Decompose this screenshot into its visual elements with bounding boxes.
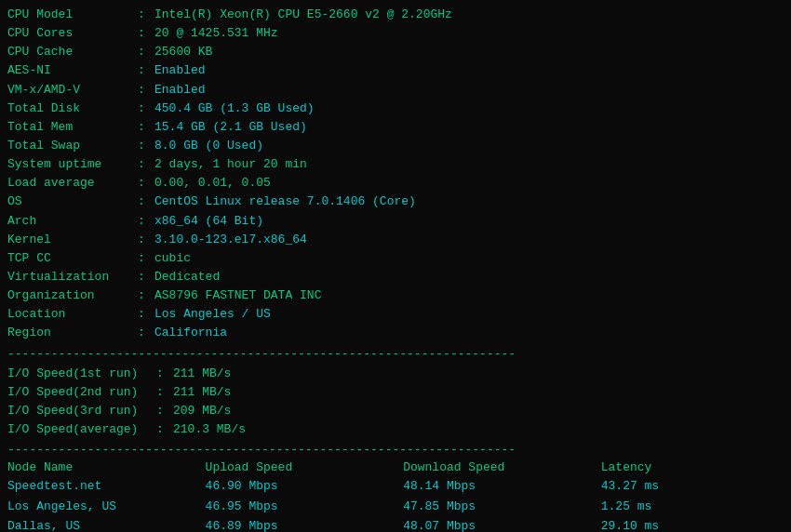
region-row: Region : California bbox=[7, 324, 784, 342]
virtualization-value: Dedicated bbox=[154, 268, 220, 286]
load-average-row: Load average : 0.00, 0.01, 0.05 bbox=[7, 174, 784, 193]
load-average-value: 0.00, 0.01, 0.05 bbox=[154, 174, 271, 193]
divider-2: ----------------------------------------… bbox=[7, 443, 784, 457]
col-header-download: Download Speed bbox=[403, 460, 601, 476]
cpu-model-row: CPU Model : Intel(R) Xeon(R) CPU E5-2660… bbox=[7, 6, 784, 24]
io-run2-label: I/O Speed(2nd run) bbox=[7, 383, 156, 402]
aes-ni-row: AES-NI : Enabled bbox=[7, 61, 784, 80]
table-row: Speedtest.net46.90 Mbps48.14 Mbps43.27 m… bbox=[7, 476, 784, 497]
load-average-label: Load average bbox=[7, 174, 138, 193]
location-label: Location bbox=[7, 305, 138, 324]
kernel-value: 3.10.0-123.el7.x86_64 bbox=[154, 231, 307, 249]
cell-node: Dallas, US bbox=[7, 516, 206, 532]
region-label: Region bbox=[7, 324, 138, 342]
io-avg-value: 210.3 MB/s bbox=[173, 420, 246, 439]
col-header-latency: Latency bbox=[601, 460, 784, 476]
total-mem-row: Total Mem : 15.4 GB (2.1 GB Used) bbox=[7, 118, 784, 137]
location-value: Los Angeles / US bbox=[154, 305, 271, 324]
organization-value: AS8796 FASTNET DATA INC bbox=[154, 286, 321, 305]
system-uptime-value: 2 days, 1 hour 20 min bbox=[154, 155, 307, 174]
divider-1: ----------------------------------------… bbox=[7, 347, 784, 361]
io-run3-label: I/O Speed(3rd run) bbox=[7, 402, 156, 420]
col-header-upload: Upload Speed bbox=[206, 460, 404, 476]
total-disk-label: Total Disk bbox=[7, 100, 138, 118]
cell-latency: 43.27 ms bbox=[601, 476, 784, 497]
cell-download: 48.07 Mbps bbox=[403, 516, 601, 532]
system-uptime-label: System uptime bbox=[7, 155, 138, 174]
total-disk-value: 450.4 GB (1.3 GB Used) bbox=[154, 100, 315, 118]
io-run1-value: 211 MB/s bbox=[173, 365, 231, 383]
vm-amd-value: Enabled bbox=[154, 81, 206, 100]
io-run2-row: I/O Speed(2nd run) : 211 MB/s bbox=[7, 383, 784, 402]
cpu-cores-label: CPU Cores bbox=[7, 24, 138, 43]
virtualization-label: Virtualization bbox=[7, 268, 138, 286]
cpu-model-label: CPU Model bbox=[7, 6, 138, 24]
cell-latency: 29.10 ms bbox=[601, 516, 784, 532]
cpu-model-value: Intel(R) Xeon(R) CPU E5-2660 v2 @ 2.20GH… bbox=[154, 6, 452, 24]
total-mem-label: Total Mem bbox=[7, 118, 138, 137]
total-swap-row: Total Swap : 8.0 GB (0 Used) bbox=[7, 137, 784, 155]
io-avg-row: I/O Speed(average) : 210.3 MB/s bbox=[7, 420, 784, 439]
total-mem-value: 15.4 GB (2.1 GB Used) bbox=[154, 118, 307, 137]
aes-ni-label: AES-NI bbox=[7, 61, 138, 80]
io-run1-label: I/O Speed(1st run) bbox=[7, 365, 156, 383]
organization-label: Organization bbox=[7, 286, 138, 305]
region-value: California bbox=[154, 324, 227, 342]
cpu-cache-value: 25600 KB bbox=[154, 43, 212, 61]
vm-amd-label: VM-x/AMD-V bbox=[7, 81, 138, 100]
total-swap-value: 8.0 GB (0 Used) bbox=[154, 137, 263, 155]
arch-value: x86_64 (64 Bit) bbox=[154, 212, 263, 231]
cell-node: Speedtest.net bbox=[7, 476, 206, 497]
system-uptime-row: System uptime : 2 days, 1 hour 20 min bbox=[7, 155, 784, 174]
cell-upload: 46.90 Mbps bbox=[206, 476, 404, 497]
aes-ni-value: Enabled bbox=[154, 61, 206, 80]
virtualization-row: Virtualization : Dedicated bbox=[7, 268, 784, 286]
cpu-cache-label: CPU Cache bbox=[7, 43, 138, 61]
cpu-cores-row: CPU Cores : 20 @ 1425.531 MHz bbox=[7, 24, 784, 43]
total-swap-label: Total Swap bbox=[7, 137, 138, 155]
os-row: OS : CentOS Linux release 7.0.1406 (Core… bbox=[7, 193, 784, 211]
kernel-row: Kernel : 3.10.0-123.el7.x86_64 bbox=[7, 231, 784, 249]
cell-download: 47.85 Mbps bbox=[403, 497, 601, 517]
cpu-cores-value: 20 @ 1425.531 MHz bbox=[154, 24, 278, 43]
io-run1-row: I/O Speed(1st run) : 211 MB/s bbox=[7, 365, 784, 383]
total-disk-row: Total Disk : 450.4 GB (1.3 GB Used) bbox=[7, 100, 784, 118]
io-run3-row: I/O Speed(3rd run) : 209 MB/s bbox=[7, 402, 784, 420]
organization-row: Organization : AS8796 FASTNET DATA INC bbox=[7, 286, 784, 305]
io-avg-label: I/O Speed(average) bbox=[7, 420, 156, 439]
table-row: Los Angeles, US46.95 Mbps47.85 Mbps1.25 … bbox=[7, 497, 784, 517]
tcp-cc-row: TCP CC : cubic bbox=[7, 249, 784, 268]
cell-latency: 1.25 ms bbox=[601, 497, 784, 517]
cell-download: 48.14 Mbps bbox=[403, 476, 601, 497]
cpu-cache-row: CPU Cache : 25600 KB bbox=[7, 43, 784, 61]
arch-label: Arch bbox=[7, 212, 138, 231]
speed-table: Node Name Upload Speed Download Speed La… bbox=[7, 460, 784, 532]
os-value: CentOS Linux release 7.0.1406 (Core) bbox=[154, 193, 416, 211]
kernel-label: Kernel bbox=[7, 231, 138, 249]
table-row: Dallas, US46.89 Mbps48.07 Mbps29.10 ms bbox=[7, 516, 784, 532]
cell-node: Los Angeles, US bbox=[7, 497, 206, 517]
vm-amd-row: VM-x/AMD-V : Enabled bbox=[7, 81, 784, 100]
io-run2-value: 211 MB/s bbox=[173, 383, 231, 402]
tcp-cc-label: TCP CC bbox=[7, 249, 138, 268]
speed-table-header: Node Name Upload Speed Download Speed La… bbox=[7, 460, 784, 476]
cell-upload: 46.95 Mbps bbox=[206, 497, 404, 517]
arch-row: Arch : x86_64 (64 Bit) bbox=[7, 212, 784, 231]
col-header-node: Node Name bbox=[7, 460, 206, 476]
cell-upload: 46.89 Mbps bbox=[206, 516, 404, 532]
os-label: OS bbox=[7, 193, 138, 211]
io-run3-value: 209 MB/s bbox=[173, 402, 231, 420]
location-row: Location : Los Angeles / US bbox=[7, 305, 784, 324]
tcp-cc-value: cubic bbox=[154, 249, 191, 268]
